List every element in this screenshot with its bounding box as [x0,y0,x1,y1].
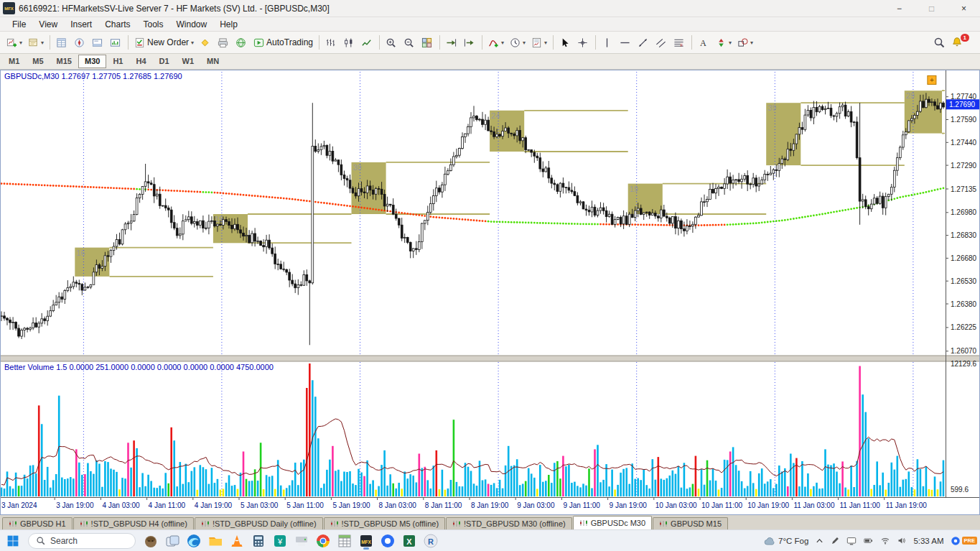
svg-text:4 Jan 11:00: 4 Jan 11:00 [149,501,186,509]
price-chart[interactable]: 16193024193929+GBPUSDc,M30 1.27697 1.277… [0,70,980,515]
timeframe-d1-button[interactable]: D1 [153,55,176,68]
vertical-line-button[interactable] [599,34,617,52]
timeframe-m30-button[interactable]: M30 [78,55,106,68]
network-icon[interactable] [880,536,890,545]
chart-bars-button[interactable] [322,34,340,52]
label-printer-app-icon[interactable] [291,532,312,550]
spreadsheet-app-icon[interactable] [335,532,355,550]
horizontal-line-button[interactable] [617,34,635,52]
finance-app-icon[interactable]: ¥ [270,532,290,550]
taskbar-apps: ¥MFXXR [141,532,441,550]
alerts-button[interactable]: 1 [948,34,976,52]
pen-icon[interactable] [831,536,840,545]
minimize-button[interactable]: − [883,0,915,17]
chart-tab-gbpusdc-m30[interactable]: GBPUSDc M30 [573,516,652,529]
timeframe-h4-button[interactable]: H4 [129,55,152,68]
display-icon[interactable] [846,536,857,546]
strategy-tester-button[interactable] [107,34,125,52]
metaeditor-button[interactable] [197,34,215,52]
chart-tabs-bar: GBPUSD H1!STD_GBPUSD H4 (offline)!STD_GB… [0,515,980,529]
text-label-button[interactable]: A [695,34,713,52]
equidistant-channel-button[interactable] [653,34,671,52]
terminal-button[interactable] [89,34,107,52]
menu-view[interactable]: View [32,18,64,31]
chart-tab--std-gbpusd-m5-offline-[interactable]: !STD_GBPUSD M5 (offline) [324,517,446,529]
calculator-app-icon[interactable] [248,532,269,550]
new-chart-button[interactable]: ▾ [4,34,25,52]
text-icon: A [698,37,709,48]
weather-widget[interactable]: 7°C Fog [763,535,808,547]
templates-button[interactable]: ▾ [528,34,550,52]
print-button[interactable] [215,34,233,52]
svg-text:5 Jan 19:00: 5 Jan 19:00 [332,501,370,509]
metatrader-app-icon[interactable]: MFX [356,532,376,550]
chart-shift-button[interactable] [461,34,479,52]
timeframe-w1-button[interactable]: W1 [176,55,201,68]
taskbar-search[interactable]: Search [28,533,136,549]
tray-expand-chevron-icon[interactable] [815,536,824,545]
zoom-in-button[interactable] [383,34,401,52]
zoom-out-button[interactable] [401,34,419,52]
blue-app-icon[interactable] [378,532,398,550]
indicators-button[interactable]: ▾ [485,34,507,52]
menu-help[interactable]: Help [213,18,244,31]
timeframe-m5-button[interactable]: M5 [26,55,50,68]
r-app-icon[interactable]: R [421,532,441,550]
autotrading-button[interactable]: AutoTrading [251,34,316,52]
window-title: 66169921: HFMarketsSV-Live Server 7 - HF… [19,4,330,14]
auto-scroll-button[interactable] [443,34,461,52]
menu-tools[interactable]: Tools [137,18,170,31]
battery-icon[interactable] [863,536,874,545]
timeframe-h1-button[interactable]: H1 [106,55,129,68]
community-button[interactable] [233,34,251,52]
task-view-icon[interactable] [162,532,182,550]
svg-text:11 Jan 19:00: 11 Jan 19:00 [886,501,928,509]
chrome-browser-icon[interactable] [313,532,333,550]
menu-insert[interactable]: Insert [64,18,98,31]
timeframe-m15-button[interactable]: M15 [50,55,78,68]
pane-divider[interactable] [0,356,980,361]
profiles-button[interactable]: ▾ [25,34,47,52]
timeframe-m1-button[interactable]: M1 [2,55,26,68]
arrows-button[interactable]: ▾ [713,34,734,52]
market-watch-button[interactable] [53,34,71,52]
clock[interactable]: 5:33 AM [913,537,943,545]
menu-window[interactable]: Window [170,18,214,31]
close-button[interactable]: × [948,0,980,17]
shapes-button[interactable]: ▾ [734,34,756,52]
menu-file[interactable]: File [6,18,32,31]
start-button[interactable] [3,532,23,550]
chart-line-button[interactable] [358,34,376,52]
search-button[interactable] [930,34,948,52]
pre-badge-icon[interactable]: PRE [951,536,977,546]
crosshair-button[interactable] [574,34,592,52]
file-explorer-icon[interactable] [205,532,225,550]
svg-text:MFX: MFX [361,539,371,544]
edge-browser-icon[interactable] [184,532,204,550]
timeframe-mn-button[interactable]: MN [200,55,225,68]
tile-windows-button[interactable] [419,34,437,52]
chart-tab--std-gbpusd-m30-offline-[interactable]: !STD_GBPUSD M30 (offline) [446,517,572,529]
navigator-button[interactable] [71,34,89,52]
chart-candlesticks-button[interactable] [340,34,358,52]
animal-app-icon[interactable] [141,532,161,550]
menu-charts[interactable]: Charts [98,18,136,31]
chart-tab-gbpusd-m15[interactable]: GBPUSD M15 [653,517,728,529]
periods-button[interactable]: ▾ [507,34,528,52]
chart-tab-gbpusd-h1[interactable]: GBPUSD H1 [2,517,73,529]
chevron-down-icon: ▾ [729,40,732,46]
excel-app-icon[interactable]: X [399,532,419,550]
volume-icon[interactable] [897,536,907,545]
crosshair-icon [577,37,588,48]
trendline-button[interactable] [635,34,653,52]
maximize-button[interactable]: □ [915,0,948,17]
fibonacci-button[interactable]: F [671,34,689,52]
cursor-button[interactable] [556,34,574,52]
plus-marker[interactable]: + [928,75,936,84]
svg-text:599.6: 599.6 [951,486,969,494]
new-order-button[interactable]: New Order▾ [131,34,197,52]
chart-area[interactable]: 16193024193929+GBPUSDc,M30 1.27697 1.277… [0,70,980,515]
chart-tab--std-gbpusd-daily-offline-[interactable]: !STD_GBPUSD Daily (offline) [195,517,323,529]
chart-tab--std-gbpusd-h4-offline-[interactable]: !STD_GBPUSD H4 (offline) [73,517,194,529]
vlc-player-icon[interactable] [227,532,247,550]
